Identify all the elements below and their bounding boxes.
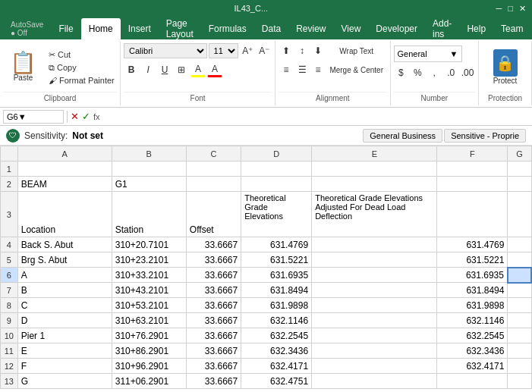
tab-home[interactable]: Home <box>81 18 121 39</box>
tab-review[interactable]: Review <box>288 18 333 39</box>
col-header-E[interactable]: E <box>312 146 437 162</box>
cell-B7[interactable]: 310+43.2101 <box>112 283 186 298</box>
align-middle-btn[interactable]: ↕ <box>294 43 310 58</box>
cell-B6[interactable]: 310+33.2101 <box>112 268 186 283</box>
cell-A4[interactable]: Back S. Abut <box>17 237 112 252</box>
cell-G2[interactable] <box>508 177 531 192</box>
cell-A1[interactable] <box>17 162 112 177</box>
cell-E4[interactable] <box>312 237 437 252</box>
cell-G12[interactable] <box>508 359 531 374</box>
cell-A12[interactable]: F <box>17 359 112 374</box>
col-header-C[interactable]: C <box>186 146 241 162</box>
cut-button[interactable]: ✂ Cut <box>46 49 118 61</box>
row-header-12[interactable]: 12 <box>1 359 18 374</box>
decrease-decimal-btn[interactable]: .0 <box>443 65 458 80</box>
cell-B11[interactable]: 310+86.2901 <box>112 343 186 359</box>
row-header-3[interactable]: 3 <box>1 192 18 237</box>
cell-D8[interactable]: 631.9898 <box>241 298 312 313</box>
row-header-11[interactable]: 11 <box>1 343 18 359</box>
insert-function-icon[interactable]: fx <box>93 112 100 121</box>
tab-help[interactable]: Help <box>459 18 493 39</box>
paste-button[interactable]: 📋 Paste <box>3 50 43 84</box>
sensitive-btn[interactable]: Sensitive - Proprie <box>444 129 526 143</box>
cell-A11[interactable]: E <box>17 343 112 359</box>
row-header-2[interactable]: 2 <box>1 177 18 192</box>
cell-G5[interactable] <box>508 252 531 268</box>
number-format-box[interactable]: General ▼ <box>394 45 462 62</box>
cell-C7[interactable]: 33.6667 <box>186 283 241 298</box>
align-right-btn[interactable]: ≡ <box>310 62 326 77</box>
minimize-btn[interactable]: ─ <box>496 4 502 14</box>
cell-B13[interactable]: 311+06.2901 <box>112 374 186 389</box>
col-header-F[interactable]: F <box>437 146 508 162</box>
cell-A13[interactable]: G <box>17 374 112 389</box>
row-header-6[interactable]: 6 <box>1 268 18 283</box>
align-left-btn[interactable]: ≡ <box>279 62 294 77</box>
tab-team[interactable]: Team <box>493 18 530 39</box>
font-size-select[interactable]: 11 <box>209 43 239 58</box>
cell-D11[interactable]: 632.3436 <box>241 343 312 359</box>
name-box[interactable]: G6 ▼ <box>3 110 64 124</box>
cell-A3[interactable]: Location <box>17 192 112 237</box>
cell-F5[interactable]: 631.5221 <box>437 252 508 268</box>
cell-G1[interactable] <box>508 162 531 177</box>
row-header-1[interactable]: 1 <box>1 162 18 177</box>
row-header-4[interactable]: 4 <box>1 237 18 252</box>
align-bottom-btn[interactable]: ⬇ <box>310 43 326 58</box>
tab-developer[interactable]: Developer <box>368 18 425 39</box>
row-header-8[interactable]: 8 <box>1 298 18 313</box>
cell-G6[interactable] <box>508 268 531 283</box>
cell-C2[interactable] <box>186 177 241 192</box>
row-header-9[interactable]: 9 <box>1 313 18 328</box>
cancel-formula-icon[interactable]: ✕ <box>71 111 79 122</box>
cell-B5[interactable]: 310+23.2101 <box>112 252 186 268</box>
cell-D13[interactable]: 632.4751 <box>241 374 312 389</box>
cell-D9[interactable]: 632.1146 <box>241 313 312 328</box>
cell-E9[interactable] <box>312 313 437 328</box>
cell-B3[interactable]: Station <box>112 192 186 237</box>
cell-E8[interactable] <box>312 298 437 313</box>
tab-data[interactable]: Data <box>254 18 288 39</box>
cell-C4[interactable]: 33.6667 <box>186 237 241 252</box>
cell-G8[interactable] <box>508 298 531 313</box>
cell-B2[interactable]: G1 <box>112 177 186 192</box>
tab-formulas[interactable]: Formulas <box>201 18 254 39</box>
cell-F9[interactable]: 632.1146 <box>437 313 508 328</box>
cell-F3[interactable] <box>437 192 508 237</box>
cell-D1[interactable] <box>241 162 312 177</box>
border-button[interactable]: ⊞ <box>174 62 189 77</box>
cell-F11[interactable]: 632.3436 <box>437 343 508 359</box>
cell-B9[interactable]: 310+63.2101 <box>112 313 186 328</box>
cell-D5[interactable]: 631.5221 <box>241 252 312 268</box>
currency-btn[interactable]: $ <box>394 65 409 80</box>
cell-G13[interactable] <box>508 374 531 389</box>
cell-F12[interactable]: 632.4171 <box>437 359 508 374</box>
col-header-D[interactable]: D <box>241 146 312 162</box>
cell-G10[interactable] <box>508 328 531 343</box>
cell-A8[interactable]: C <box>17 298 112 313</box>
cell-E13[interactable] <box>312 374 437 389</box>
tab-insert[interactable]: Insert <box>121 18 159 39</box>
col-header-G[interactable]: G <box>508 146 531 162</box>
cell-G9[interactable] <box>508 313 531 328</box>
cell-F13[interactable] <box>437 374 508 389</box>
cell-A9[interactable]: D <box>17 313 112 328</box>
cell-B1[interactable] <box>112 162 186 177</box>
cell-C3[interactable]: Offset <box>186 192 241 237</box>
cell-A6[interactable]: A <box>17 268 112 283</box>
cell-E2[interactable] <box>312 177 437 192</box>
merge-center-btn[interactable]: Merge & Center <box>326 62 387 77</box>
cell-E6[interactable] <box>312 268 437 283</box>
cell-G4[interactable] <box>508 237 531 252</box>
align-top-btn[interactable]: ⬆ <box>279 43 294 58</box>
cell-E5[interactable] <box>312 252 437 268</box>
cell-C8[interactable]: 33.6667 <box>186 298 241 313</box>
col-header-B[interactable]: B <box>112 146 186 162</box>
cell-C6[interactable]: 33.6667 <box>186 268 241 283</box>
cell-D2[interactable] <box>241 177 312 192</box>
cell-D6[interactable]: 631.6935 <box>241 268 312 283</box>
confirm-formula-icon[interactable]: ✓ <box>82 111 90 122</box>
font-color-button[interactable]: A <box>207 62 222 77</box>
cell-A7[interactable]: B <box>17 283 112 298</box>
wrap-text-btn[interactable]: Wrap Text <box>326 43 387 58</box>
